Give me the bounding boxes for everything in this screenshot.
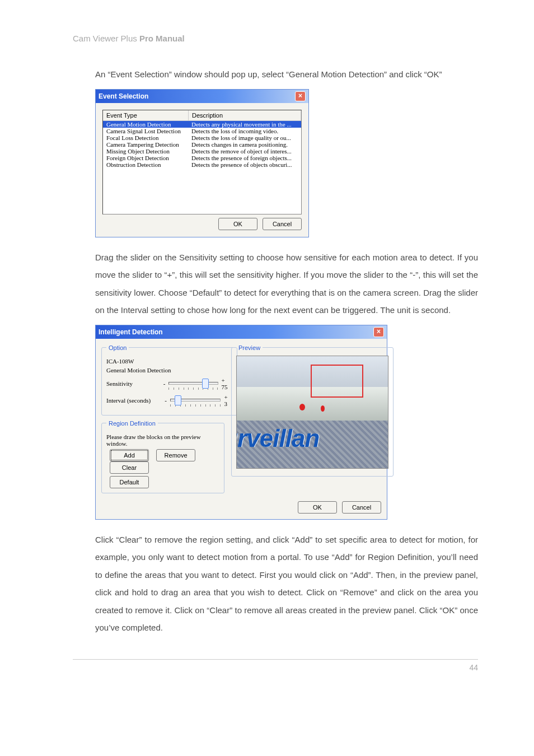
minus-label: - <box>165 397 167 404</box>
list-item-name: General Motion Detection <box>103 121 188 128</box>
device-name: ICA-108W <box>106 358 232 365</box>
region-instruction: Please draw the blocks on the preview wi… <box>106 433 219 447</box>
list-item-desc: Detects changes in camera positioning. <box>188 141 301 148</box>
option-legend: Option <box>106 344 129 351</box>
sensitivity-value: + 75 <box>222 377 232 390</box>
paragraph-3: Click “Clear” to remove the region setti… <box>95 531 478 637</box>
region-legend: Region Definition <box>106 420 158 427</box>
list-item-desc: Detects the loss of image quality or ou.… <box>188 134 301 141</box>
list-item-name: Focal Loss Detection <box>103 134 188 141</box>
ok-button[interactable]: OK <box>218 218 257 230</box>
event-type-list[interactable]: Event Type Description General Motion De… <box>102 110 302 214</box>
mode-name: General Motion Detection <box>106 367 232 374</box>
interval-slider[interactable] <box>170 396 221 404</box>
remove-button[interactable]: Remove <box>156 449 195 461</box>
intelligent-detection-dialog: Intelligent Detection × Option ICA-108W … <box>95 325 387 520</box>
list-item-desc: Detects the remove of object of interes.… <box>188 148 301 155</box>
close-icon[interactable]: × <box>295 91 306 101</box>
default-button[interactable]: Default <box>110 476 149 488</box>
minus-label: - <box>163 380 166 387</box>
clear-button[interactable]: Clear <box>110 461 149 474</box>
col-event-type[interactable]: Event Type <box>103 110 189 120</box>
list-item[interactable]: Camera Signal Lost Detection Detects the… <box>103 128 301 134</box>
product-name: Cam Viewer Plus <box>73 34 139 43</box>
list-item-desc: Detects the loss of incoming video. <box>188 128 301 134</box>
list-item[interactable]: Missing Object Detection Detects the rem… <box>103 148 301 155</box>
preview-image[interactable]: ırveillan <box>236 356 388 469</box>
list-item-name: Obstruction Detection <box>103 161 188 168</box>
page-header: Cam Viewer Plus Pro Manual <box>73 34 478 43</box>
list-item[interactable]: Camera Tampering Detection Detects chang… <box>103 141 301 148</box>
list-item[interactable]: General Motion Detection Detects any phy… <box>103 121 301 128</box>
close-icon[interactable]: × <box>373 327 384 337</box>
list-item-name: Camera Signal Lost Detection <box>103 128 188 134</box>
list-item-name: Camera Tampering Detection <box>103 141 188 148</box>
list-item-desc: Detects the presence of foreign objects.… <box>188 155 301 161</box>
ok-button[interactable]: OK <box>298 501 337 514</box>
event-selection-dialog: Event Selection × Event Type Description… <box>95 89 309 237</box>
event-dialog-title: Event Selection <box>99 92 148 100</box>
manual-label: Pro Manual <box>139 34 185 43</box>
list-item-desc: Detects the presence of objects obscuri.… <box>188 161 301 168</box>
int-dialog-titlebar[interactable]: Intelligent Detection × <box>96 325 387 339</box>
preview-fieldset: Preview ırveillan <box>231 344 394 477</box>
paragraph-1: An “Event Selection” window should pop u… <box>95 66 478 83</box>
list-item-name: Foreign Object Detection <box>103 155 188 161</box>
list-item[interactable]: Obstruction Detection Detects the presen… <box>103 161 301 168</box>
list-item[interactable]: Foreign Object Detection Detects the pre… <box>103 155 301 161</box>
add-button[interactable]: Add <box>110 449 149 461</box>
detection-region[interactable] <box>311 365 363 398</box>
option-fieldset: Option ICA-108W General Motion Detection… <box>101 344 237 416</box>
sensitivity-slider[interactable] <box>168 380 218 388</box>
page-number: 44 <box>469 663 478 672</box>
cancel-button[interactable]: Cancel <box>263 218 302 230</box>
sensitivity-label: Sensitivity <box>106 380 160 387</box>
preview-legend: Preview <box>236 344 263 351</box>
list-item-name: Missing Object Detection <box>103 148 188 155</box>
int-dialog-title: Intelligent Detection <box>99 328 163 336</box>
event-dialog-titlebar[interactable]: Event Selection × <box>96 90 308 103</box>
paragraph-2: Drag the slider on the Sensitivity setti… <box>95 249 478 319</box>
cancel-button[interactable]: Cancel <box>342 501 381 514</box>
list-item[interactable]: Focal Loss Detection Detects the loss of… <box>103 134 301 141</box>
list-item-desc: Detects any physical movement in the ... <box>188 121 301 128</box>
col-description[interactable]: Description <box>189 110 301 120</box>
preview-text: ırveillan <box>236 424 319 452</box>
region-fieldset: Region Definition Please draw the blocks… <box>101 420 224 493</box>
interval-label: Interval (seconds) <box>106 397 161 404</box>
